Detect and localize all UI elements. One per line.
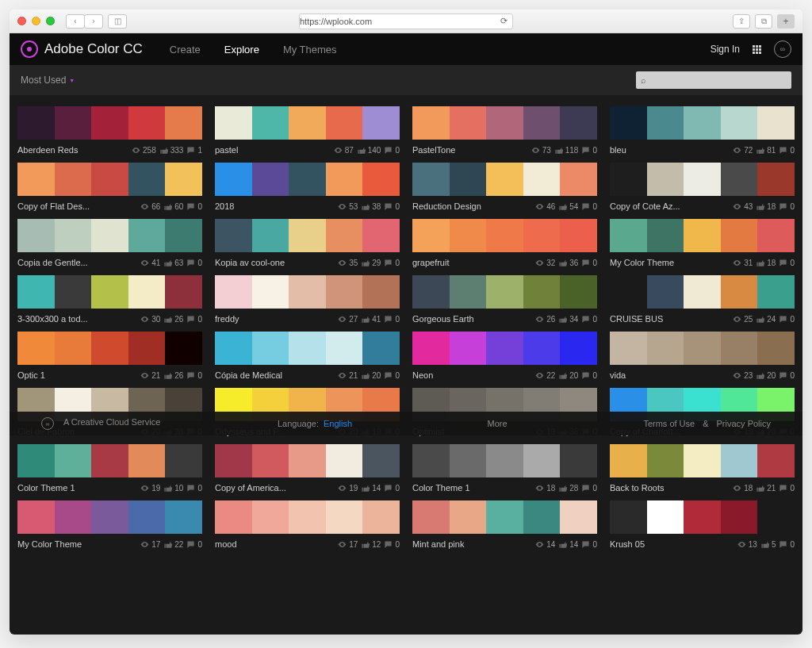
swatch-row bbox=[17, 106, 202, 140]
palette-card[interactable]: Back to Roots18210 bbox=[610, 444, 795, 493]
new-tab-button[interactable]: + bbox=[777, 14, 795, 29]
palette-title: Aberdeen Reds bbox=[17, 145, 124, 155]
sidebar-icon[interactable]: ◫ bbox=[108, 14, 127, 29]
likes-stat: 18 bbox=[756, 202, 776, 211]
swatch bbox=[486, 332, 523, 365]
palette-card[interactable]: grapefruit32360 bbox=[412, 219, 597, 267]
footer-terms[interactable]: Terms of Use bbox=[643, 419, 695, 428]
palette-title: My Color Theme bbox=[17, 539, 132, 549]
swatch bbox=[215, 500, 252, 534]
palette-card[interactable]: Mint and pink14140 bbox=[412, 500, 597, 549]
palette-card[interactable]: vida23200 bbox=[610, 332, 795, 380]
footer-language-value[interactable]: English bbox=[324, 419, 352, 428]
palette-card[interactable]: pastel871400 bbox=[215, 106, 400, 155]
palette-grid-container[interactable]: Aberdeen Reds2583331pastel871400PastelTo… bbox=[10, 95, 802, 635]
palette-card[interactable]: Neon22200 bbox=[412, 332, 597, 380]
app-logo[interactable]: Adobe Color CC bbox=[21, 40, 143, 58]
palette-card[interactable]: Aberdeen Reds2583331 bbox=[17, 106, 202, 155]
footer-more[interactable]: More bbox=[487, 419, 507, 428]
swatch bbox=[326, 275, 363, 309]
palette-card[interactable]: My Color Theme17220 bbox=[17, 500, 202, 549]
palette-card[interactable]: 3-300x300 a tod...30260 bbox=[17, 275, 202, 324]
apps-grid-icon[interactable] bbox=[753, 45, 761, 54]
palette-card[interactable]: Reduction Design46540 bbox=[412, 163, 597, 211]
swatch bbox=[326, 163, 363, 196]
window-minimize-icon[interactable] bbox=[32, 17, 40, 25]
footer-amp: & bbox=[703, 419, 708, 428]
swatch bbox=[647, 163, 684, 196]
likes-stat: 26 bbox=[163, 371, 183, 380]
swatch bbox=[326, 444, 363, 477]
swatch bbox=[721, 332, 758, 365]
comments-stat: 0 bbox=[384, 371, 400, 380]
creative-cloud-icon[interactable]: ∞ bbox=[774, 40, 791, 58]
palette-card[interactable]: freddy27410 bbox=[215, 275, 400, 324]
swatch bbox=[128, 106, 166, 140]
comments-stat: 0 bbox=[581, 540, 597, 549]
palette-card[interactable]: Krush 051350 bbox=[610, 500, 795, 549]
filter-dropdown[interactable]: Most Used ▼ bbox=[21, 75, 75, 86]
swatch bbox=[252, 332, 289, 365]
swatch-row bbox=[17, 332, 202, 365]
tab-create[interactable]: Create bbox=[170, 44, 201, 56]
footer-privacy[interactable]: Privacy Policy bbox=[717, 419, 771, 428]
palette-card[interactable]: bleu72810 bbox=[610, 106, 795, 155]
likes-stat: 81 bbox=[756, 146, 776, 155]
palette-card[interactable]: Copia de Gentle...41630 bbox=[17, 219, 202, 267]
comments-stat: 0 bbox=[779, 484, 795, 493]
palette-title: Krush 05 bbox=[610, 539, 730, 549]
comments-stat: 0 bbox=[186, 315, 202, 324]
swatch bbox=[289, 332, 326, 365]
swatch bbox=[412, 332, 450, 365]
palette-card[interactable]: Kopia av cool-one35290 bbox=[215, 219, 400, 267]
swatch-row bbox=[17, 219, 202, 252]
swatch bbox=[721, 444, 758, 477]
window-zoom-icon[interactable] bbox=[46, 17, 55, 25]
swatch bbox=[757, 500, 795, 534]
swatch bbox=[610, 219, 647, 252]
palette-card[interactable]: mood17120 bbox=[215, 500, 400, 549]
footer-cc-service: A Creative Cloud Service bbox=[63, 417, 160, 430]
palette-card[interactable]: 201853380 bbox=[215, 163, 400, 211]
palette-card[interactable]: Color Theme 118280 bbox=[412, 444, 597, 493]
tab-explore[interactable]: Explore bbox=[224, 44, 259, 56]
likes-stat: 24 bbox=[756, 315, 776, 324]
palette-card[interactable]: My Color Theme31180 bbox=[610, 219, 795, 267]
window-close-icon[interactable] bbox=[17, 17, 26, 25]
palette-title: Optic 1 bbox=[17, 370, 132, 380]
palette-card[interactable]: CRUISE BUS25240 bbox=[610, 275, 795, 324]
swatch bbox=[412, 444, 450, 477]
views-stat: 87 bbox=[334, 146, 354, 155]
palette-card[interactable]: Color Theme 119100 bbox=[17, 444, 202, 493]
search-box[interactable]: ⌕ bbox=[636, 71, 791, 89]
palette-card[interactable]: Cópia de Medical21200 bbox=[215, 332, 400, 380]
swatch bbox=[91, 444, 128, 477]
palette-card[interactable]: Copy of Flat Des...66600 bbox=[17, 163, 202, 211]
tabs-icon[interactable]: ⧉ bbox=[755, 14, 772, 29]
palette-card[interactable]: Gorgeous Earth26340 bbox=[412, 275, 597, 324]
palette-card[interactable]: Optic 121260 bbox=[17, 332, 202, 380]
sign-in-link[interactable]: Sign In bbox=[710, 44, 740, 55]
swatch bbox=[523, 219, 561, 252]
url-bar[interactable]: https://wplook.com ⟳ bbox=[299, 13, 513, 29]
search-input[interactable] bbox=[649, 75, 787, 85]
palette-card[interactable]: Copy of America...19140 bbox=[215, 444, 400, 493]
palette-card[interactable]: PastelTone731180 bbox=[412, 106, 597, 155]
swatch bbox=[610, 332, 647, 365]
comments-stat: 0 bbox=[186, 259, 202, 267]
likes-stat: 333 bbox=[159, 146, 184, 155]
swatch bbox=[450, 219, 487, 252]
swatch-row bbox=[610, 444, 795, 477]
palette-card[interactable]: Copy of Cote Az...43180 bbox=[610, 163, 795, 211]
tab-mythemes[interactable]: My Themes bbox=[283, 44, 337, 56]
swatch bbox=[523, 332, 561, 365]
palette-title: mood bbox=[215, 539, 330, 549]
swatch bbox=[326, 106, 363, 140]
reload-icon[interactable]: ⟳ bbox=[500, 16, 508, 26]
swatch bbox=[450, 163, 487, 196]
card-meta: Kopia av cool-one35290 bbox=[215, 258, 400, 267]
back-button[interactable]: ‹ bbox=[66, 14, 85, 29]
forward-button[interactable]: › bbox=[84, 14, 103, 29]
swatch bbox=[486, 500, 523, 534]
share-icon[interactable]: ⇪ bbox=[733, 14, 750, 29]
